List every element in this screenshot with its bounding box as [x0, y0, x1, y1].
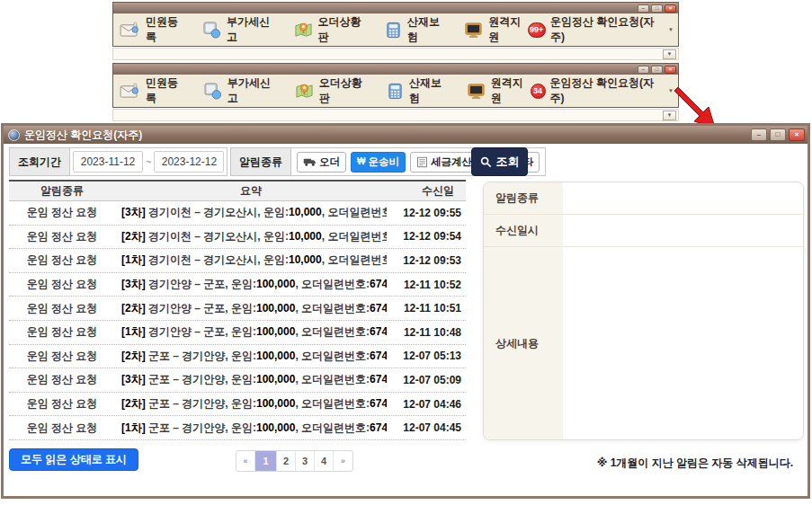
mark-all-read-button[interactable]: 모두 읽은 상태로 표시	[9, 448, 138, 471]
maximize-button[interactable]: □	[770, 128, 786, 141]
toolbar-button[interactable]: 오더상황판	[294, 14, 367, 45]
cell-summary: [2차] 경기안양 – 군포, 운임:100,000, 오더일련번호:67407…	[115, 301, 387, 316]
cell-received: 12-07 04:45	[387, 421, 466, 434]
detail-panel: 알림종류 수신일시 상세내용	[483, 182, 804, 440]
toolbar-button-label: 민원등록	[146, 75, 185, 106]
table-row[interactable]: 운임 정산 요청[1차] 경기이천 – 경기오산시, 운임:10,000, 오더…	[9, 249, 466, 273]
table-row[interactable]: 운임 정산 요청[3차] 경기이천 – 경기오산시, 운임:10,000, 오더…	[9, 201, 466, 226]
toolbar-2-dock-strip: ▼	[112, 109, 679, 121]
toolbar-2-buttons: 민원등록부가세신고오더상황판산재보험원격지원	[120, 75, 531, 106]
detail-value-type	[563, 182, 803, 214]
cell-received: 12-12 09:54	[387, 230, 466, 243]
toolbar-button[interactable]: 부가세신고	[202, 14, 275, 45]
cell-received: 12-12 09:53	[387, 254, 466, 267]
cell-received: 12-07 05:09	[387, 374, 466, 386]
search-icon	[480, 156, 492, 168]
date-from-input[interactable]	[73, 151, 143, 173]
toolbar-button[interactable]: 민원등록	[120, 75, 185, 106]
toolbar-button-label: 부가세신고	[227, 14, 275, 45]
restore-button[interactable]: □	[651, 66, 663, 74]
toolbar-1-titlebar: – □ ×	[113, 3, 678, 13]
cell-summary: [3차] 경기안양 – 군포, 운임:100,000, 오더일련번호:67407…	[115, 277, 387, 292]
expand-panel-button[interactable]: ▼	[663, 49, 676, 59]
chevron-down-icon[interactable]: ▼	[668, 27, 674, 32]
notification-badge: 34	[531, 84, 546, 99]
cell-type: 운임 정산 요청	[9, 372, 115, 387]
minimize-button[interactable]: –	[638, 66, 649, 74]
notification-area[interactable]: 34 운임정산 확인요청(자주) ▼	[531, 75, 674, 106]
toolbar-button[interactable]: 산재보험	[385, 14, 446, 45]
detail-row-type: 알림종류	[484, 182, 803, 215]
table-row[interactable]: 운임 정산 요청[1차] 경기안양 – 군포, 운임:100,000, 오더일련…	[9, 321, 466, 345]
date-to-input[interactable]	[154, 151, 224, 173]
cell-summary: [3차] 경기이천 – 경기오산시, 운임:10,000, 오더일련번호:674…	[115, 205, 387, 220]
page-button[interactable]: 4	[315, 451, 334, 471]
table-row[interactable]: 운임 정산 요청[3차] 경기안양 – 군포, 운임:100,000, 오더일련…	[9, 273, 466, 297]
window-controls: – □ ×	[751, 128, 805, 141]
complaint-envelope-icon	[120, 83, 140, 99]
minimize-button[interactable]: –	[638, 4, 649, 13]
toolbar-2-row: 민원등록부가세신고오더상황판산재보험원격지원 34 운임정산 확인요청(자주) …	[113, 75, 678, 107]
cell-type: 운임 정산 요청	[9, 396, 115, 412]
cell-type: 운임 정산 요청	[9, 349, 115, 364]
table-row[interactable]: 운임 정산 요청[2차] 경기이천 – 경기오산시, 운임:10,000, 오더…	[9, 226, 466, 250]
detail-label-received: 수신일시	[484, 215, 563, 246]
type-filter-label: 운송비	[368, 155, 399, 169]
table-row[interactable]: 운임 정산 요청[3차] 군포 – 경기안양, 운임:100,000, 오더일련…	[9, 368, 466, 393]
page-button[interactable]: 1	[255, 451, 277, 471]
toolbar-window-2: – □ × 민원등록부가세신고오더상황판산재보험원격지원 34 운임정산 확인요…	[112, 63, 679, 108]
search-button[interactable]: 조회	[471, 147, 528, 176]
toolbar-button[interactable]: 산재보험	[387, 75, 449, 106]
toolbar-button-label: 오더상황판	[318, 14, 367, 45]
table-body: 운임 정산 요청[3차] 경기이천 – 경기오산시, 운임:10,000, 오더…	[9, 201, 466, 440]
close-button[interactable]: ×	[789, 128, 805, 141]
cell-type: 운임 정산 요청	[9, 252, 115, 268]
close-button[interactable]: ×	[665, 4, 676, 13]
toolbar-button[interactable]: 부가세신고	[203, 75, 277, 106]
vat-report-icon	[203, 82, 222, 100]
cell-received: 12-07 04:46	[387, 398, 466, 411]
type-filter-label: 오더	[319, 155, 340, 169]
table-row[interactable]: 운임 정산 요청[2차] 경기안양 – 군포, 운임:100,000, 오더일련…	[9, 297, 466, 321]
table-header: 알림종류 요약 수신일	[9, 180, 466, 201]
toolbar-button-label: 산재보험	[409, 75, 449, 106]
period-label: 조회기간	[10, 148, 70, 175]
window-body: 조회기간 ~ 알림종류 오더₩운송비세금계산서기타 조회 알림종류	[4, 144, 808, 496]
cell-summary: [2차] 군포 – 경기안양, 운임:100,000, 오더일련번호:67407…	[115, 349, 387, 364]
page-nav-button[interactable]: »	[334, 451, 352, 471]
restore-button[interactable]: □	[651, 4, 663, 13]
header-type: 알림종류	[9, 183, 115, 199]
minimize-button[interactable]: –	[751, 128, 767, 141]
page-nav-button[interactable]: «	[236, 451, 255, 471]
notification-label: 운임정산 확인요청(자주)	[550, 75, 661, 106]
auto-delete-note: ※ 1개월이 지난 알림은 자동 삭제됩니다.	[597, 456, 793, 471]
complaint-envelope-icon	[120, 22, 140, 38]
remote-support-monitor-icon	[464, 22, 483, 39]
page-button[interactable]: 2	[277, 451, 296, 471]
toolbar-button[interactable]: 오더상황판	[295, 75, 369, 106]
window-titlebar[interactable]: 운임정산 확인요청(자주) – □ ×	[4, 126, 808, 144]
period-filter-group: 조회기간 ~	[9, 147, 228, 176]
table-row[interactable]: 운임 정산 요청[2차] 군포 – 경기안양, 운임:100,000, 오더일련…	[9, 393, 466, 417]
toolbar-button[interactable]: 민원등록	[120, 14, 184, 45]
notification-table: 알림종류 요약 수신일 운임 정산 요청[3차] 경기이천 – 경기오산시, 운…	[9, 180, 466, 440]
insurance-calculator-icon	[385, 22, 402, 39]
notification-area[interactable]: 99+ 운임정산 확인요청(자주) ▼	[528, 14, 674, 45]
toolbar-button[interactable]: 원격지원	[464, 14, 527, 45]
notification-badge: 99+	[528, 22, 546, 38]
cell-type: 운임 정산 요청	[9, 229, 115, 244]
detail-label-content: 상세내용	[484, 247, 563, 439]
table-row[interactable]: 운임 정산 요청[2차] 군포 – 경기안양, 운임:100,000, 오더일련…	[9, 345, 466, 369]
cell-summary: [1차] 군포 – 경기안양, 운임:100,000, 오더일련번호:67407…	[115, 421, 387, 436]
cell-received: 12-11 10:52	[387, 279, 466, 291]
table-row[interactable]: 운임 정산 요청[1차] 군포 – 경기안양, 운임:100,000, 오더일련…	[9, 416, 466, 440]
search-button-label: 조회	[496, 154, 520, 170]
type-filter-button[interactable]: ₩운송비	[351, 152, 406, 173]
type-filter-button[interactable]: 오더	[297, 152, 346, 173]
page-button[interactable]: 3	[296, 451, 315, 471]
order-board-map-icon	[294, 21, 313, 39]
close-button[interactable]: ×	[665, 66, 676, 74]
cell-type: 운임 정산 요청	[9, 421, 115, 436]
toolbar-button[interactable]: 원격지원	[467, 75, 531, 106]
screen: – □ × 민원등록부가세신고오더상황판산재보험원격지원 99+ 운임정산 확인…	[0, 0, 812, 505]
